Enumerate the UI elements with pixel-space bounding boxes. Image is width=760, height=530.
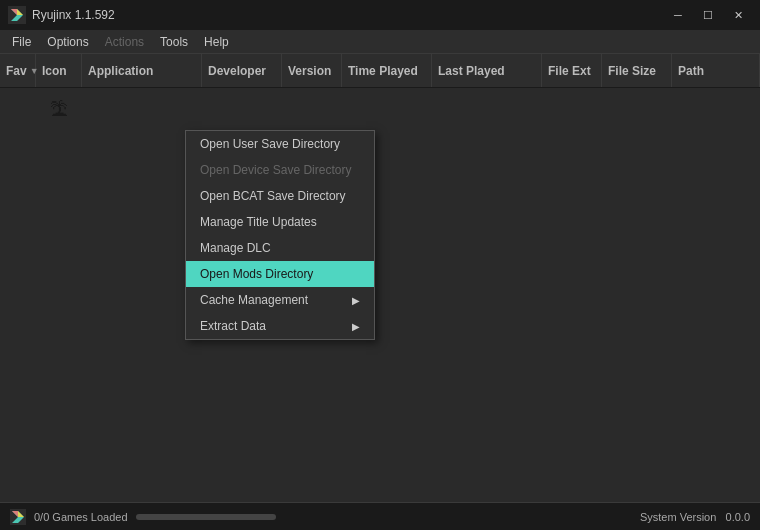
col-time-played[interactable]: Time Played <box>342 54 432 87</box>
games-loaded-text: 0/0 Games Loaded <box>34 511 128 523</box>
window-title: Ryujinx 1.1.592 <box>32 8 115 22</box>
load-progress-bar <box>136 514 276 520</box>
ctx-open-mods-dir[interactable]: Open Mods Directory <box>186 261 374 287</box>
status-bar: 0/0 Games Loaded System Version 0.0.0 <box>0 502 760 530</box>
col-fav[interactable]: Fav ▼ <box>0 54 36 87</box>
status-left: 0/0 Games Loaded <box>10 509 276 525</box>
ctx-manage-title-updates[interactable]: Manage Title Updates <box>186 209 374 235</box>
ctx-cache-management[interactable]: Cache Management ▶ <box>186 287 374 313</box>
ctx-extract-data[interactable]: Extract Data ▶ <box>186 313 374 339</box>
col-version[interactable]: Version <box>282 54 342 87</box>
ctx-open-bcat-save[interactable]: Open BCAT Save Directory <box>186 183 374 209</box>
app-logo-icon <box>8 6 26 24</box>
menu-file[interactable]: File <box>4 33 39 51</box>
content-area <box>0 88 760 502</box>
ctx-open-device-save: Open Device Save Directory <box>186 157 374 183</box>
maximize-button[interactable]: ☐ <box>694 5 722 25</box>
title-bar: Ryujinx 1.1.592 ─ ☐ ✕ <box>0 0 760 30</box>
col-file-size[interactable]: File Size <box>602 54 672 87</box>
close-button[interactable]: ✕ <box>724 5 752 25</box>
col-developer[interactable]: Developer <box>202 54 282 87</box>
submenu-arrow-extract: ▶ <box>352 321 360 332</box>
col-file-ext[interactable]: File Ext <box>542 54 602 87</box>
ctx-open-user-save[interactable]: Open User Save Directory <box>186 131 374 157</box>
menu-bar: File Options Actions Tools Help <box>0 30 760 54</box>
col-icon[interactable]: Icon <box>36 54 82 87</box>
menu-options[interactable]: Options <box>39 33 96 51</box>
title-controls: ─ ☐ ✕ <box>664 5 752 25</box>
title-left: Ryujinx 1.1.592 <box>8 6 115 24</box>
system-version: System Version 0.0.0 <box>640 511 750 523</box>
ctx-manage-dlc[interactable]: Manage DLC <box>186 235 374 261</box>
column-header: Fav ▼ Icon Application Developer Version… <box>0 54 760 88</box>
col-last-played[interactable]: Last Played <box>432 54 542 87</box>
context-menu: Open User Save Directory Open Device Sav… <box>185 130 375 340</box>
minimize-button[interactable]: ─ <box>664 5 692 25</box>
ryujinx-logo-small-icon <box>10 509 26 525</box>
menu-actions: Actions <box>97 33 152 51</box>
submenu-arrow-cache: ▶ <box>352 295 360 306</box>
menu-tools[interactable]: Tools <box>152 33 196 51</box>
col-application[interactable]: Application <box>82 54 202 87</box>
col-path[interactable]: Path <box>672 54 760 87</box>
menu-help[interactable]: Help <box>196 33 237 51</box>
